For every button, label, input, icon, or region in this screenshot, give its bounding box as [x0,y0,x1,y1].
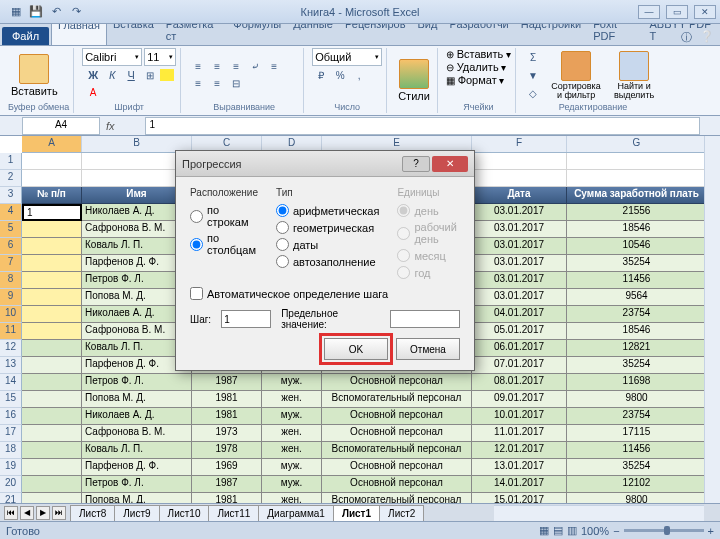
cell-B17[interactable]: Сафронова В. М. [82,425,192,442]
autosum-button[interactable]: Σ [524,49,542,65]
cell-G1[interactable] [567,153,707,170]
cell-E15[interactable]: Вспомогательный персонал [322,391,472,408]
close-button[interactable]: ✕ [694,5,716,19]
row-header-16[interactable]: 16 [0,408,22,425]
cell-F15[interactable]: 09.01.2017 [472,391,567,408]
cell-G4[interactable]: 21556 [567,204,707,221]
cell-F10[interactable]: 04.01.2017 [472,306,567,323]
header-cell-G[interactable]: Сумма заработной плать [567,187,707,204]
row-header-12[interactable]: 12 [0,340,22,357]
sheet-nav-next[interactable]: ▶ [36,506,50,520]
cell-F9[interactable]: 03.01.2017 [472,289,567,306]
cell-F20[interactable]: 14.01.2017 [472,476,567,493]
radio-geometric[interactable]: геометрическая [276,221,379,234]
column-header-F[interactable]: F [472,136,567,152]
formula-bar[interactable]: 1 [145,117,700,135]
column-header-A[interactable]: A [22,136,82,152]
row-header-14[interactable]: 14 [0,374,22,391]
zoom-level[interactable]: 100% [581,525,609,537]
sheet-tab-Лист11[interactable]: Лист11 [208,505,259,521]
font-color-button[interactable]: A [84,84,102,100]
cell-A7[interactable] [22,255,82,272]
cell-B14[interactable]: Петров Ф. Л. [82,374,192,391]
name-box[interactable]: A4 [22,117,100,135]
zoom-out-button[interactable]: − [613,525,619,537]
cell-G11[interactable]: 18546 [567,323,707,340]
cell-G10[interactable]: 23754 [567,306,707,323]
fill-color-button[interactable] [160,69,174,81]
cell-C19[interactable]: 1969 [192,459,262,476]
cell-F12[interactable]: 06.01.2017 [472,340,567,357]
cell-B15[interactable]: Попова М. Д. [82,391,192,408]
cell-F16[interactable]: 10.01.2017 [472,408,567,425]
cell-F7[interactable]: 03.01.2017 [472,255,567,272]
cell-G2[interactable] [567,170,707,187]
comma-button[interactable]: , [350,67,368,83]
zoom-in-button[interactable]: + [708,525,714,537]
font-size-combo[interactable]: 11▾ [144,48,176,66]
italic-button[interactable]: К [103,67,121,83]
row-header-3[interactable]: 3 [0,187,22,204]
sheet-tab-Лист9[interactable]: Лист9 [114,505,159,521]
cell-B19[interactable]: Парфенов Д. Ф. [82,459,192,476]
zoom-slider[interactable] [624,529,704,532]
cell-G14[interactable]: 11698 [567,374,707,391]
row-header-18[interactable]: 18 [0,442,22,459]
view-normal-icon[interactable]: ▦ [539,524,549,537]
column-header-G[interactable]: G [567,136,707,152]
cell-F2[interactable] [472,170,567,187]
cell-A8[interactable] [22,272,82,289]
sheet-tab-Лист1[interactable]: Лист1 [333,505,380,521]
fill-button[interactable]: ▼ [524,67,542,83]
maximize-button[interactable]: ▭ [666,5,688,19]
row-header-9[interactable]: 9 [0,289,22,306]
cell-G12[interactable]: 12821 [567,340,707,357]
format-cells-button[interactable]: ▦ Формат ▾ [446,74,505,86]
radio-dates[interactable]: даты [276,238,379,251]
cell-A20[interactable] [22,476,82,493]
find-select-button[interactable]: Найти и выделить [606,49,662,102]
undo-icon[interactable]: ↶ [48,4,64,20]
cell-D18[interactable]: жен. [262,442,322,459]
row-header-2[interactable]: 2 [0,170,22,187]
cell-G13[interactable]: 35254 [567,357,707,374]
cell-A12[interactable] [22,340,82,357]
number-format-combo[interactable]: Общий▾ [312,48,382,66]
align-center-button[interactable]: ≡ [189,76,207,92]
row-header-6[interactable]: 6 [0,238,22,255]
cell-C18[interactable]: 1978 [192,442,262,459]
row-header-13[interactable]: 13 [0,357,22,374]
cell-A14[interactable] [22,374,82,391]
sheet-nav-first[interactable]: ⏮ [4,506,18,520]
cell-G6[interactable]: 10546 [567,238,707,255]
cell-A19[interactable] [22,459,82,476]
save-icon[interactable]: 💾 [28,4,44,20]
cell-G9[interactable]: 9564 [567,289,707,306]
row-header-10[interactable]: 10 [0,306,22,323]
help-icon[interactable]: ❔ [700,30,714,45]
cell-C17[interactable]: 1973 [192,425,262,442]
cell-G20[interactable]: 12102 [567,476,707,493]
cell-A1[interactable] [22,153,82,170]
sheet-nav-prev[interactable]: ◀ [20,506,34,520]
cell-A17[interactable] [22,425,82,442]
paste-button[interactable]: Вставить [8,52,61,99]
bold-button[interactable]: Ж [84,67,102,83]
cell-G17[interactable]: 17115 [567,425,707,442]
cell-D17[interactable]: жен. [262,425,322,442]
row-header-4[interactable]: 4 [0,204,22,221]
file-tab[interactable]: Файл [2,27,49,45]
cell-E14[interactable]: Основной персонал [322,374,472,391]
cell-B18[interactable]: Коваль Л. П. [82,442,192,459]
cell-E20[interactable]: Основной персонал [322,476,472,493]
insert-cells-button[interactable]: ⊕ Вставить ▾ [446,48,511,60]
cell-C14[interactable]: 1987 [192,374,262,391]
cell-D19[interactable]: муж. [262,459,322,476]
sheet-tab-Лист2[interactable]: Лист2 [379,505,424,521]
row-header-11[interactable]: 11 [0,323,22,340]
cell-A11[interactable] [22,323,82,340]
cell-G15[interactable]: 9800 [567,391,707,408]
radio-by-rows[interactable]: по строкам [190,204,258,228]
row-header-20[interactable]: 20 [0,476,22,493]
align-middle-button[interactable]: ≡ [208,59,226,75]
